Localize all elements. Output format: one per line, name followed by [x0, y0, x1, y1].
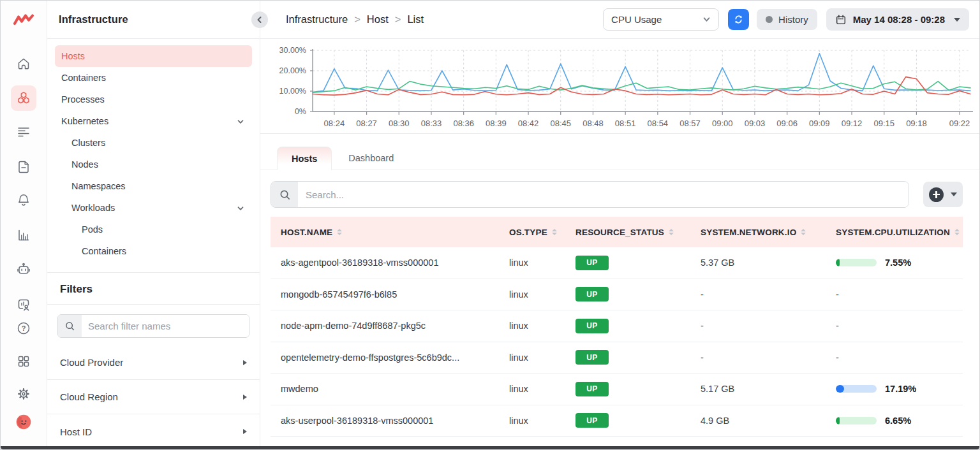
sort-icon[interactable]	[801, 229, 806, 236]
reports-icon[interactable]	[11, 222, 36, 248]
bot-icon[interactable]	[11, 257, 36, 282]
column-header-host-name[interactable]: HOST.NAME	[281, 228, 509, 237]
apps-icon[interactable]	[11, 349, 36, 374]
filter-group-cloud-region[interactable]: Cloud Region	[47, 380, 260, 414]
table-row[interactable]: node-apm-demo-74d9ff8687-pkg5clinuxUP--	[271, 310, 963, 342]
network-io-cell: 5.37 GB	[701, 258, 836, 268]
sidebar-item-nodes[interactable]: Nodes	[55, 154, 252, 175]
host-name-cell[interactable]: opentelemetry-demo-ffspostgres-5c6b9dc..…	[281, 352, 509, 363]
sidebar: Infrastructure HostsContainersProcessesK…	[47, 1, 260, 449]
table-header: HOST.NAMEOS.TYPERESOURCE_STATUSSYSTEM.NE…	[271, 217, 963, 247]
sidebar-item-clusters[interactable]: Clusters	[55, 132, 252, 154]
home-icon[interactable]	[11, 51, 36, 76]
table-row[interactable]: mwdemolinuxUP5.17 GB17.19%	[271, 374, 963, 405]
hosts-search-input[interactable]	[298, 182, 909, 207]
caret-down-icon	[954, 18, 960, 22]
sort-icon[interactable]	[954, 229, 960, 236]
sidebar-title: Infrastructure	[59, 13, 128, 25]
sort-icon[interactable]	[337, 229, 342, 236]
sidebar-collapse-button[interactable]	[251, 11, 268, 28]
status-up-badge: UP	[575, 319, 609, 333]
sidebar-item-hosts[interactable]: Hosts	[55, 45, 252, 67]
cpu-utilization-bar	[836, 417, 877, 425]
filter-group-label: Cloud Region	[60, 391, 243, 402]
breadcrumb: Infrastructure>Host>List	[286, 13, 603, 25]
resource-status-cell: UP	[575, 413, 701, 428]
x-axis-tick-label: 09:18	[906, 119, 927, 128]
sidebar-header: Infrastructure	[47, 1, 260, 39]
cpu-usage-chart: 30.00%20.00%10.00%0% 08:2408:2708:3008:3…	[260, 39, 979, 134]
tab-dashboard[interactable]: Dashboard	[332, 147, 410, 170]
sidebar-item-containers[interactable]: Containers	[55, 240, 252, 262]
logs-icon[interactable]	[11, 119, 36, 145]
help-icon[interactable]: ?	[11, 316, 36, 341]
os-type-cell: linux	[509, 384, 575, 394]
table-row[interactable]: aks-userpool-36189318-vmss000001linuxUP4…	[271, 405, 963, 437]
column-header-resource-status[interactable]: RESOURCE_STATUS	[575, 228, 701, 237]
y-axis-tick-label: 0%	[295, 107, 306, 116]
refresh-button[interactable]	[728, 9, 749, 30]
os-type-cell: linux	[509, 258, 575, 268]
sidebar-item-label: Processes	[61, 94, 244, 105]
sidebar-item-workloads[interactable]: Workloads	[55, 197, 252, 219]
resource-status-cell: UP	[575, 350, 701, 365]
add-column-button[interactable]	[923, 182, 963, 207]
status-up-badge: UP	[575, 382, 609, 396]
tab-label: Dashboard	[348, 153, 394, 163]
alerts-icon[interactable]	[11, 187, 36, 213]
history-dot-icon	[766, 16, 773, 23]
table-row[interactable]: opentelemetry-demo-ffspostgres-5c6b9dc..…	[271, 342, 963, 374]
chevron-right-icon	[243, 360, 247, 365]
status-up-badge: UP	[575, 287, 609, 301]
sidebar-item-label: Nodes	[71, 159, 244, 170]
host-name-cell[interactable]: aks-userpool-36189318-vmss000001	[281, 416, 509, 426]
host-name-cell[interactable]: node-apm-demo-74d9ff8687-pkg5c	[281, 321, 509, 331]
sidebar-item-label: Workloads	[71, 203, 237, 213]
chevron-right-icon	[243, 395, 247, 400]
table-row[interactable]: aks-agentpool-36189318-vmss000001linuxUP…	[271, 247, 963, 279]
breadcrumb-item[interactable]: Host	[367, 13, 389, 25]
table-row[interactable]: mongodb-65745497f6-b6l85linuxUP--	[271, 279, 963, 311]
history-toggle[interactable]: History	[757, 9, 817, 30]
infrastructure-icon[interactable]	[11, 85, 36, 111]
x-axis-tick-label: 09:06	[776, 119, 798, 128]
search-icon	[58, 315, 82, 337]
sidebar-item-kubernetes[interactable]: Kubernetes	[55, 110, 252, 132]
x-axis-tick-label: 08:48	[583, 119, 604, 128]
chevron-down-icon	[702, 15, 711, 24]
filter-search-input[interactable]	[82, 315, 249, 337]
document-icon[interactable]	[11, 154, 36, 180]
column-header-system-network-io[interactable]: SYSTEM.NETWORK.IO	[701, 228, 836, 237]
metric-select[interactable]: CPU Usage	[603, 8, 719, 31]
metric-select-value: CPU Usage	[611, 14, 702, 25]
host-name-cell[interactable]: mwdemo	[281, 384, 509, 394]
filter-search	[57, 314, 249, 338]
filter-group-host-id[interactable]: Host ID	[47, 414, 260, 449]
breadcrumb-item[interactable]: Infrastructure	[286, 13, 348, 25]
cpu-utilization-value: 6.65%	[885, 416, 911, 426]
avatar-icon[interactable]	[11, 410, 36, 434]
column-header-os-type[interactable]: OS.TYPE	[509, 228, 575, 237]
column-header-system-cpu-utilization[interactable]: SYSTEM.CPU.UTILIZATION	[836, 228, 963, 237]
date-range-value: May 14 08:28 - 09:28	[853, 14, 945, 25]
rum-icon[interactable]	[11, 292, 36, 317]
x-axis-tick-label: 08:42	[518, 119, 539, 128]
sort-icon[interactable]	[669, 229, 674, 236]
filter-group-cloud-provider[interactable]: Cloud Provider	[47, 345, 260, 380]
host-name-cell[interactable]: mongodb-65745497f6-b6l85	[281, 289, 509, 300]
sidebar-item-processes[interactable]: Processes	[55, 89, 252, 110]
hosts-search	[271, 181, 909, 208]
sidebar-item-pods[interactable]: Pods	[55, 219, 252, 240]
breadcrumb-item[interactable]: List	[407, 13, 424, 25]
sidebar-item-namespaces[interactable]: Namespaces	[55, 175, 252, 197]
date-range-picker[interactable]: May 14 08:28 - 09:28	[826, 8, 969, 31]
host-name-cell[interactable]: aks-agentpool-36189318-vmss000001	[281, 258, 509, 268]
tab-hosts[interactable]: Hosts	[277, 147, 332, 170]
x-axis-tick-label: 09:15	[873, 119, 895, 128]
sidebar-item-containers[interactable]: Containers	[55, 67, 252, 89]
sidebar-item-label: Containers	[61, 73, 244, 83]
x-axis-tick-label: 08:36	[453, 119, 474, 128]
settings-icon[interactable]	[11, 381, 36, 407]
network-io-cell: -	[701, 352, 836, 363]
sort-icon[interactable]	[552, 229, 557, 236]
